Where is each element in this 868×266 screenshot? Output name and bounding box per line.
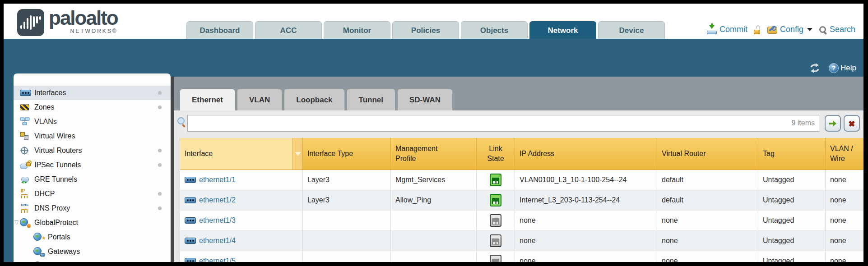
globalprotect-icon xyxy=(20,218,31,228)
sidebar-item-interfaces[interactable]: Interfaces xyxy=(14,86,171,100)
cell-virtual-router: none xyxy=(657,231,758,251)
sidebar-item-ipsec-tunnels[interactable]: IPSec Tunnels xyxy=(14,158,171,172)
filter-input[interactable] xyxy=(187,115,819,132)
sidebar-item-label: GRE Tunnels xyxy=(34,175,77,183)
apply-filter-button[interactable] xyxy=(825,115,841,132)
interfaces-table: InterfaceInterface TypeManagement Profil… xyxy=(180,138,863,262)
cell-management-profile xyxy=(391,231,477,251)
refresh-icon[interactable] xyxy=(809,63,821,73)
left-margin xyxy=(4,77,14,262)
cell-interface-type: Layer3 xyxy=(303,190,391,210)
interface-link[interactable]: ethernet1/4 xyxy=(199,237,236,245)
cell-interface: ethernet1/5 xyxy=(180,251,303,262)
cell-tag: Untagged xyxy=(758,190,826,210)
sidebar-item-dns-proxy[interactable]: DNSDNS Proxy xyxy=(14,201,171,216)
tab-sd-wan[interactable]: SD-WAN xyxy=(397,89,453,110)
green-arrow-icon xyxy=(829,120,837,127)
ethernet-interface-icon xyxy=(185,217,196,224)
column-header-virtual-router[interactable]: Virtual Router xyxy=(657,138,758,170)
clear-filter-button[interactable] xyxy=(844,115,860,132)
primary-nav: DashboardACCMonitorPoliciesObjectsNetwor… xyxy=(186,21,665,39)
sidebar-item-zones[interactable]: Zones xyxy=(14,100,171,115)
sidebar-item-label: Virtual Wires xyxy=(34,132,75,140)
cell-management-profile xyxy=(391,251,477,262)
cell-link-state xyxy=(477,231,515,251)
gateways-icon xyxy=(33,247,44,257)
cell-interface: ethernet1/3 xyxy=(180,211,303,230)
top-actions: Commit Config Search xyxy=(707,25,855,34)
interface-link[interactable]: ethernet1/2 xyxy=(199,196,236,204)
top-tab-policies[interactable]: Policies xyxy=(392,21,459,39)
cell-vlan-wire: none xyxy=(826,231,863,251)
panel-splitter[interactable] xyxy=(171,77,174,262)
sidebar-item-virtual-wires[interactable]: Virtual Wires xyxy=(14,129,171,143)
sidebar-item-portals[interactable]: *Portals xyxy=(14,230,171,244)
sidebar-item-clipped[interactable] xyxy=(14,259,171,262)
sidebar-item-virtual-routers[interactable]: Virtual Routers xyxy=(14,143,171,158)
interface-link[interactable]: ethernet1/1 xyxy=(199,176,236,184)
tab-tunnel[interactable]: Tunnel xyxy=(347,89,395,110)
cell-interface: ethernet1/1 xyxy=(180,170,303,190)
link-state-up-icon[interactable] xyxy=(490,194,501,206)
sidebar-item-globalprotect[interactable]: ▽GlobalProtect xyxy=(14,216,171,230)
commit-button[interactable]: Commit xyxy=(707,25,747,34)
cell-ip-address: none xyxy=(515,211,657,230)
cell-link-state xyxy=(477,190,515,210)
expand-caret-icon[interactable]: ▽ xyxy=(14,219,19,225)
sidebar-item-vlans[interactable]: VLANs xyxy=(14,115,171,129)
lock-icon[interactable] xyxy=(754,25,761,34)
status-dot xyxy=(158,163,162,167)
teal-toolbar: ? Help xyxy=(4,39,863,77)
help-icon: ? xyxy=(829,63,839,73)
top-tab-dashboard[interactable]: Dashboard xyxy=(186,21,253,39)
column-header-interface-type[interactable]: Interface Type xyxy=(303,138,391,170)
virtual-wires-icon xyxy=(20,131,31,141)
table-row: ethernet1/3nonenoneUntaggednone xyxy=(180,211,863,231)
config-button[interactable]: Config xyxy=(767,25,812,34)
paloalto-logo-icon xyxy=(17,9,44,36)
column-header-management-profile[interactable]: Management Profile xyxy=(391,138,477,170)
gre-tunnels-icon: ◄► xyxy=(20,174,31,184)
column-header-ip-address[interactable]: IP Address xyxy=(515,138,657,170)
dhcp-icon: IP xyxy=(20,189,31,199)
cell-virtual-router: default xyxy=(657,190,758,210)
sidebar-item-label: Zones xyxy=(34,103,54,111)
column-header-link-state[interactable]: Link State xyxy=(477,138,515,170)
search-button[interactable]: Search xyxy=(819,25,855,34)
link-state-down-icon[interactable] xyxy=(490,255,501,262)
main-panel: EthernetVLANLoopbackTunnelSD-WAN 9 items… xyxy=(174,77,863,262)
tab-vlan[interactable]: VLAN xyxy=(237,89,282,110)
globe-icon xyxy=(33,261,44,262)
app-window: paloalto NETWORKS® DashboardACCMonitorPo… xyxy=(0,0,868,266)
link-state-down-icon[interactable] xyxy=(490,214,501,227)
top-tab-device[interactable]: Device xyxy=(598,21,665,39)
sidebar-item-dhcp[interactable]: IPDHCP xyxy=(14,187,171,201)
tab-ethernet[interactable]: Ethernet xyxy=(180,89,235,110)
link-state-up-icon[interactable] xyxy=(490,174,501,186)
interface-link[interactable]: ethernet1/3 xyxy=(199,216,236,225)
cell-vlan-wire: none xyxy=(826,251,863,262)
config-icon xyxy=(767,26,777,34)
column-header-vlan-wire[interactable]: VLAN / Wire xyxy=(826,138,863,170)
top-tab-objects[interactable]: Objects xyxy=(461,21,528,39)
x-icon xyxy=(848,120,855,127)
column-header-tag[interactable]: Tag xyxy=(758,138,826,170)
sort-triangle-icon xyxy=(295,152,301,156)
cell-management-profile: Mgmt_Services xyxy=(391,170,477,190)
cell-link-state xyxy=(477,211,515,230)
interface-link[interactable]: ethernet1/5 xyxy=(199,257,236,262)
top-tab-network[interactable]: Network xyxy=(529,21,596,39)
sidebar-item-label: DHCP xyxy=(34,190,55,198)
sort-dropdown-button[interactable] xyxy=(293,138,303,170)
status-dot xyxy=(158,105,162,109)
top-tab-acc[interactable]: ACC xyxy=(255,21,322,39)
top-tab-monitor[interactable]: Monitor xyxy=(324,21,390,39)
sidebar-item-gateways[interactable]: Gateways xyxy=(14,244,171,259)
tab-loopback[interactable]: Loopback xyxy=(284,89,344,110)
table-row: ethernet1/2Layer3Allow_PingInternet_L3_2… xyxy=(180,190,863,211)
sidebar-item-gre-tunnels[interactable]: ◄►GRE Tunnels xyxy=(14,172,171,187)
cell-tag: Untagged xyxy=(758,231,826,251)
link-state-down-icon[interactable] xyxy=(490,234,501,247)
column-header-interface[interactable]: Interface xyxy=(180,138,293,170)
help-button[interactable]: ? Help xyxy=(829,63,856,73)
